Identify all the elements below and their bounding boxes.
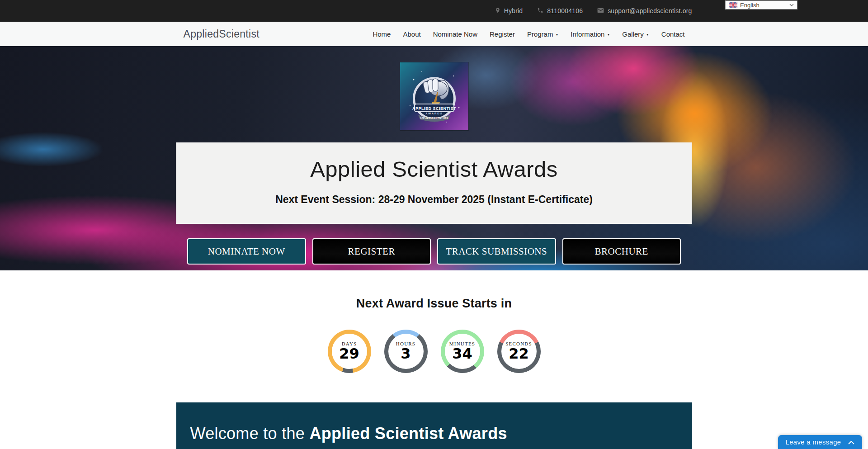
countdown-days-circle: DAYS 29 (328, 330, 371, 373)
main-navigation: AppliedScientist Home About Nominate Now… (0, 22, 868, 46)
welcome-prefix: Welcome to the (190, 424, 310, 443)
chat-widget-button[interactable]: Leave a message (778, 435, 862, 449)
awards-logo-image: APPLIED SCIENTIST AWARDS APPLIEDSCIENTIS… (400, 62, 468, 130)
countdown-seconds-value: 22 (509, 346, 529, 362)
countdown-hours-value: 3 (401, 346, 410, 362)
top-bar: Hybrid 8110004106 support@appliedscienti… (0, 0, 868, 22)
countdown-heading: Next Award Issue Starts in (0, 297, 868, 311)
brochure-button[interactable]: BROCHURE (562, 238, 681, 265)
language-selector[interactable]: English (725, 0, 797, 9)
chevron-up-icon (848, 438, 854, 446)
phone-number[interactable]: 8110004106 (547, 7, 583, 14)
language-selected-label: English (740, 2, 760, 9)
chat-widget-label: Leave a message (786, 438, 841, 446)
site-logo-text[interactable]: AppliedScientist (184, 28, 259, 40)
nav-item-gallery[interactable]: Gallery▼ (622, 30, 649, 38)
nominate-now-button[interactable]: NOMINATE NOW (187, 238, 306, 265)
track-submissions-button[interactable]: TRACK SUBMISSIONS (437, 238, 556, 265)
nav-item-register[interactable]: Register (490, 30, 515, 38)
nav-item-information[interactable]: Information▼ (571, 30, 610, 38)
hero-section: APPLIED SCIENTIST AWARDS APPLIEDSCIENTIS… (0, 46, 868, 270)
dropdown-caret-icon: ▼ (646, 33, 649, 36)
next-event-session-text: Next Event Session: 28-29 November 2025 … (176, 194, 692, 206)
email-address[interactable]: support@appliedscientist.org (608, 7, 692, 14)
phone-icon (537, 7, 543, 15)
logo-title-text: APPLIED SCIENTIST (412, 106, 456, 111)
nav-item-home[interactable]: Home (373, 30, 391, 38)
welcome-highlight: Applied Scientist Awards (309, 424, 507, 443)
countdown-timer: DAYS 29 HOURS 3 MINUTES 34 SECONDS 22 (0, 330, 868, 373)
countdown-section: Next Award Issue Starts in DAYS 29 HOURS… (0, 270, 868, 402)
email-contact[interactable]: support@appliedscientist.org (597, 7, 692, 14)
phone-contact[interactable]: 8110004106 (537, 7, 583, 15)
welcome-section: Welcome to the Applied Scientist Awards (176, 402, 692, 449)
event-mode: Hybrid (495, 7, 523, 15)
countdown-minutes-value: 34 (452, 346, 472, 362)
nav-item-nominate-now[interactable]: Nominate Now (433, 30, 477, 38)
hero-title-panel: Applied Scientist Awards Next Event Sess… (176, 142, 692, 224)
uk-flag-icon (729, 2, 737, 8)
hero-action-buttons: NOMINATE NOW REGISTER TRACK SUBMISSIONS … (187, 238, 681, 265)
event-mode-label: Hybrid (504, 7, 523, 14)
register-button[interactable]: REGISTER (312, 238, 431, 265)
page-title: Applied Scientist Awards (176, 142, 692, 182)
nav-item-contact[interactable]: Contact (661, 30, 685, 38)
logo-ribbon-text: APPLIEDSCIENTIST.ORG (420, 117, 448, 119)
welcome-heading: Welcome to the Applied Scientist Awards (190, 424, 678, 443)
location-pin-icon (495, 7, 500, 15)
countdown-seconds-circle: SECONDS 22 (497, 330, 541, 373)
countdown-hours-circle: HOURS 3 (384, 330, 428, 373)
logo-awards-text: AWARDS (425, 112, 443, 115)
countdown-minutes-circle: MINUTES 34 (441, 330, 484, 373)
nav-menu: Home About Nominate Now Register Program… (373, 30, 684, 38)
chevron-down-icon (789, 4, 794, 6)
countdown-days-value: 29 (339, 346, 359, 362)
nav-item-program[interactable]: Program▼ (527, 30, 558, 38)
dropdown-caret-icon: ▼ (555, 33, 558, 36)
dropdown-caret-icon: ▼ (607, 33, 610, 36)
nav-item-about[interactable]: About (403, 30, 420, 38)
envelope-icon (597, 7, 604, 14)
